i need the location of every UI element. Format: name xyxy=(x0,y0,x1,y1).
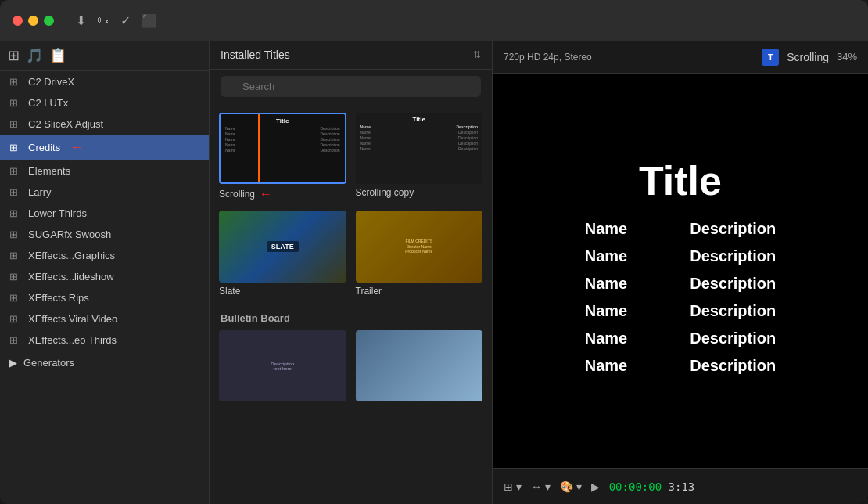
thumb-scrolling: Title NameDescription NameDescription Na… xyxy=(219,113,346,184)
sidebar-item-label: XEffects...eo Thirds xyxy=(28,334,117,346)
credits-row-3: Name Description xyxy=(585,275,777,293)
credits-arrow: ← xyxy=(70,139,84,156)
sidebar-item-sugarfx[interactable]: ⊞ SUGARfx Swoosh xyxy=(0,224,209,245)
download-icon[interactable]: ⬇ xyxy=(76,13,86,28)
sidebar-list: ⊞ C2 DriveX ⊞ C2 LUTx ⊞ C2 SliceX Adjust… xyxy=(0,71,209,504)
minimize-button[interactable] xyxy=(28,16,38,26)
titlebar-icons: ⬇ 🗝 ✓ ⬛ xyxy=(76,13,157,28)
thumb-bulletin2 xyxy=(356,330,483,401)
content-grid: Title NameDescription NameDescription Na… xyxy=(210,103,492,306)
credits-row-6: Name Description xyxy=(585,357,777,375)
trailer-preview-text: FILM CREDITSDirector NameProducer Name xyxy=(405,239,432,254)
sidebar-item-credits[interactable]: ⊞ Credits ← xyxy=(0,135,209,160)
credits-preview-title: Title xyxy=(585,157,777,204)
sidebar-item-icon: ⊞ xyxy=(9,271,22,283)
thumb-scrolling-copy: Title NameDescription NameDescription Na… xyxy=(356,113,483,184)
sidebar-item-icon: ⊞ xyxy=(9,229,22,240)
content-header: Installed Titles ⇅ xyxy=(210,41,492,70)
preview-meta: 720p HD 24p, Stereo xyxy=(504,52,754,63)
sidebar-item-xeffects-slideshow[interactable]: ⊞ XEffects...lideshow xyxy=(0,266,209,287)
grid-item-bulletin1[interactable]: Descriptiontext here xyxy=(219,330,346,401)
sidebar-tab-list-b[interactable]: 📋 xyxy=(49,47,66,64)
sidebar-item-c2slicex[interactable]: ⊞ C2 SliceX Adjust xyxy=(0,113,209,135)
transform-button[interactable]: ↔ ▾ xyxy=(531,481,551,493)
thumb-trailer: FILM CREDITSDirector NameProducer Name xyxy=(356,211,483,282)
preview-topbar: 720p HD 24p, Stereo T Scrolling 34% xyxy=(493,41,868,74)
search-input[interactable] xyxy=(221,76,481,97)
sidebar-item-c2drivex[interactable]: ⊞ C2 DriveX xyxy=(0,71,209,92)
traffic-lights xyxy=(13,16,54,26)
sidebar-item-icon: ⊞ xyxy=(9,142,22,153)
sidebar-item-label: C2 DriveX xyxy=(28,76,74,88)
sidebar-item-larry[interactable]: ⊞ Larry xyxy=(0,182,209,203)
sidebar-item-icon: ⊞ xyxy=(9,186,22,198)
maximize-button[interactable] xyxy=(44,16,54,26)
sidebar-item-icon: ⊞ xyxy=(9,165,22,177)
slate-preview-text: SLATE xyxy=(267,241,299,252)
sidebar: ⊞ 🎵 📋 ⊞ C2 DriveX ⊞ C2 LUTx ⊞ C2 SliceX … xyxy=(0,41,210,504)
sidebar-item-c2lutx[interactable]: ⊞ C2 LUTx xyxy=(0,92,209,113)
sidebar-generators[interactable]: ▶ Generators xyxy=(0,351,209,375)
grid-item-bulletin2[interactable] xyxy=(356,330,483,401)
credits-row-5: Name Description xyxy=(585,329,777,347)
color-button[interactable]: 🎨 ▾ xyxy=(560,481,582,493)
sidebar-item-label: XEffects...lideshow xyxy=(28,271,114,283)
grid-item-scrolling[interactable]: Title NameDescription NameDescription Na… xyxy=(219,113,346,201)
sidebar-item-icon: ⊞ xyxy=(9,334,22,346)
scrolling-copy-label: Scrolling copy xyxy=(356,187,483,198)
sidebar-tabs: ⊞ 🎵 📋 xyxy=(0,41,209,71)
sidebar-item-label: XEffects...Graphics xyxy=(28,250,115,261)
bulletin-grid: Descriptiontext here xyxy=(210,327,492,411)
sidebar-item-lowerthirds[interactable]: ⊞ Lower Thirds xyxy=(0,203,209,224)
generators-collapse-icon: ▶ xyxy=(9,357,17,369)
scrolling-label: Scrolling ← xyxy=(219,187,346,201)
preview-controls: ⊞ ▾ ↔ ▾ 🎨 ▾ ▶ 00:00:00 3:13 xyxy=(493,468,868,504)
sidebar-item-icon: ⊞ xyxy=(9,292,22,304)
titlebar: ⬇ 🗝 ✓ ⬛ xyxy=(0,0,868,41)
grid-item-scrolling-copy[interactable]: Title NameDescription NameDescription Na… xyxy=(356,113,483,201)
grid-item-trailer[interactable]: FILM CREDITSDirector NameProducer Name T… xyxy=(356,211,483,296)
sidebar-item-icon: ⊞ xyxy=(9,313,22,325)
sidebar-item-icon: ⊞ xyxy=(9,250,22,261)
sidebar-item-icon: ⊞ xyxy=(9,97,22,109)
checkmark-icon[interactable]: ✓ xyxy=(120,13,131,28)
sidebar-item-label: XEffects Viral Video xyxy=(28,313,117,325)
sidebar-item-label: Credits xyxy=(28,142,60,153)
sidebar-item-xeffects-graphics[interactable]: ⊞ XEffects...Graphics xyxy=(0,245,209,266)
key-icon[interactable]: 🗝 xyxy=(97,13,109,27)
sidebar-item-icon: ⊞ xyxy=(9,118,22,130)
main-area: ⊞ 🎵 📋 ⊞ C2 DriveX ⊞ C2 LUTx ⊞ C2 SliceX … xyxy=(0,41,868,504)
view-options-button[interactable]: ⊞ ▾ xyxy=(504,481,522,493)
thumb-bulletin1: Descriptiontext here xyxy=(219,330,346,401)
sidebar-item-label: Lower Thirds xyxy=(28,207,87,219)
sidebar-item-label: Elements xyxy=(28,165,70,177)
content-panel: Installed Titles ⇅ 🔍 Title NameDescripti… xyxy=(210,41,493,504)
thumb-slate: SLATE xyxy=(219,211,346,282)
close-button[interactable] xyxy=(13,16,23,26)
preview-percent: 34% xyxy=(837,51,857,63)
search-bar: 🔍 xyxy=(210,70,492,103)
timecode-display: 00:00:00 3:13 xyxy=(609,481,857,493)
sidebar-item-elements[interactable]: ⊞ Elements xyxy=(0,160,209,182)
sidebar-item-xeffects-eo[interactable]: ⊞ XEffects...eo Thirds xyxy=(0,329,209,351)
sidebar-item-label: Larry xyxy=(28,186,52,198)
play-button[interactable]: ▶ xyxy=(591,481,600,493)
grid-item-slate[interactable]: SLATE Slate xyxy=(219,211,346,296)
bulletin-board-header: Bulletin Board xyxy=(210,306,492,327)
credits-row-4: Name Description xyxy=(585,302,777,320)
sidebar-tab-grid[interactable]: ⊞ xyxy=(8,47,20,64)
sidebar-item-label: SUGARfx Swoosh xyxy=(28,229,111,240)
sidebar-item-icon: ⊞ xyxy=(9,76,22,88)
sidebar-item-xeffects-rips[interactable]: ⊞ XEffects Rips xyxy=(0,287,209,308)
credits-row-2: Name Description xyxy=(585,247,777,265)
sort-arrow-icon[interactable]: ⇅ xyxy=(473,49,481,60)
preview-panel: 720p HD 24p, Stereo T Scrolling 34% Titl… xyxy=(493,41,868,504)
sidebar-item-label: C2 LUTx xyxy=(28,97,68,109)
installed-titles-label: Installed Titles xyxy=(221,49,290,61)
sidebar-item-xeffects-viral[interactable]: ⊞ XEffects Viral Video xyxy=(0,308,209,329)
title-type-icon: T xyxy=(762,49,779,66)
sidebar-item-icon: ⊞ xyxy=(9,207,22,219)
generators-label: Generators xyxy=(23,357,74,369)
sidebar-tab-list-a[interactable]: 🎵 xyxy=(26,47,43,64)
export-icon[interactable]: ⬛ xyxy=(142,13,157,28)
